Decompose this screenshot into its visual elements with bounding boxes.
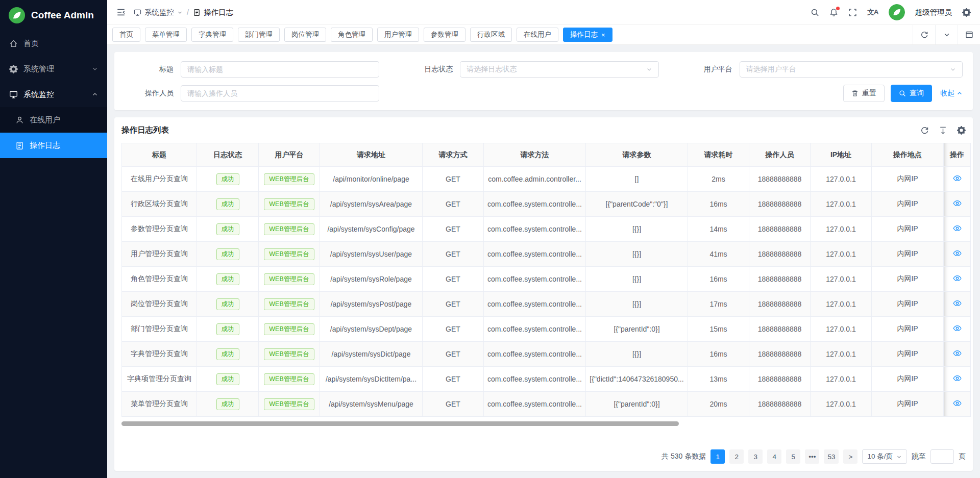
- next-page-button[interactable]: >: [843, 449, 857, 464]
- cell-user-platform: WEB管理后台: [259, 167, 320, 192]
- tab-10[interactable]: 操作日志×: [563, 28, 612, 42]
- collapse-filters-link[interactable]: 收起: [940, 89, 963, 98]
- page-button-5[interactable]: 5: [786, 449, 800, 464]
- query-label: 查询: [910, 89, 924, 98]
- tab-0[interactable]: 首页: [112, 28, 140, 42]
- breadcrumb-item-parent[interactable]: 系统监控: [134, 8, 183, 17]
- cell-title: 字典管理分页查询: [122, 342, 197, 367]
- tab-8[interactable]: 行政区域: [470, 28, 512, 42]
- fullscreen-icon[interactable]: [848, 8, 857, 17]
- cell-request-method: GET: [423, 292, 484, 317]
- status-tag: 成功: [216, 273, 239, 285]
- search-icon[interactable]: [811, 8, 819, 17]
- cell-log-status: 成功: [197, 292, 259, 317]
- title-input[interactable]: [181, 61, 379, 78]
- tab-label: 用户管理: [384, 30, 412, 39]
- tab-7[interactable]: 参数管理: [424, 28, 465, 42]
- column-header: 操作: [944, 143, 971, 167]
- tab-1[interactable]: 菜单管理: [145, 28, 187, 42]
- language-translate-icon[interactable]: 文A: [867, 8, 878, 17]
- tab-label: 岗位管理: [291, 30, 319, 39]
- page-size-select[interactable]: 10 条/页: [862, 449, 907, 464]
- page-content: 标题 日志状态 请选择日志状态 用户平台 请选择用户平台: [107, 45, 980, 478]
- cell-title: 字典项管理分页查询: [122, 367, 197, 392]
- tab-label: 部门管理: [245, 30, 273, 39]
- cell-request-method: GET: [423, 217, 484, 242]
- reset-button[interactable]: 重置: [843, 85, 885, 102]
- tab-close-icon[interactable]: ×: [601, 32, 605, 38]
- username[interactable]: 超级管理员: [915, 8, 952, 17]
- cell-request-params: [{}]: [586, 217, 688, 242]
- cell-log-status: 成功: [197, 342, 259, 367]
- page-button-2[interactable]: 2: [729, 449, 744, 464]
- tab-4[interactable]: 岗位管理: [284, 28, 326, 42]
- jump-page-input[interactable]: [930, 449, 954, 464]
- cell-request-method: GET: [423, 267, 484, 292]
- sidebar-item-home[interactable]: 首页: [0, 31, 107, 56]
- column-header: IP地址: [811, 143, 872, 167]
- cell-location: 内网IP: [872, 367, 944, 392]
- column-settings-gear-icon[interactable]: [957, 126, 966, 135]
- cell-log-status: 成功: [197, 392, 259, 417]
- jump-label: 跳至: [912, 452, 926, 461]
- tab-5[interactable]: 角色管理: [331, 28, 373, 42]
- cell-operator: 18888888888: [749, 242, 811, 267]
- sidebar-item-system-monitor[interactable]: 系统监控: [0, 82, 107, 107]
- content-fullscreen-icon[interactable]: [958, 25, 980, 44]
- refresh-tab-icon[interactable]: [913, 25, 935, 44]
- page-button-3[interactable]: 3: [748, 449, 763, 464]
- page-button-4[interactable]: 4: [767, 449, 781, 464]
- tab-2[interactable]: 字典管理: [191, 28, 233, 42]
- tab-6[interactable]: 用户管理: [377, 28, 419, 42]
- cell-actions: [944, 267, 971, 292]
- sidebar-item-operation-log[interactable]: 操作日志: [0, 133, 107, 158]
- column-header: 操作地点: [872, 143, 944, 167]
- sidebar-item-online-users[interactable]: 在线用户: [0, 107, 107, 133]
- notification-bell-icon[interactable]: [829, 8, 838, 17]
- scrollbar-thumb[interactable]: [121, 421, 679, 426]
- home-icon: [9, 39, 18, 48]
- table-row: 岗位管理分页查询成功WEB管理后台/api/system/sysPost/pag…: [122, 292, 971, 317]
- status-tag: 成功: [216, 348, 239, 360]
- view-detail-eye-button[interactable]: [953, 374, 962, 383]
- query-button[interactable]: 查询: [891, 85, 932, 102]
- platform-tag: WEB管理后台: [264, 373, 314, 385]
- sidebar-item-system-manage[interactable]: 系统管理: [0, 56, 107, 82]
- cell-location: 内网IP: [872, 192, 944, 217]
- view-detail-eye-button[interactable]: [953, 224, 962, 233]
- view-detail-eye-button[interactable]: [953, 299, 962, 308]
- tab-9[interactable]: 在线用户: [517, 28, 558, 42]
- log-status-select[interactable]: 请选择日志状态: [460, 61, 658, 78]
- operator-input[interactable]: [181, 85, 379, 102]
- user-platform-select[interactable]: 请选择用户平台: [740, 61, 963, 78]
- cell-request-params: [{}]: [586, 342, 688, 367]
- cell-request-url: /api/system/sysDictItem/pa...: [320, 367, 423, 392]
- view-detail-eye-button[interactable]: [953, 249, 962, 258]
- tab-options-chevron-icon[interactable]: [935, 25, 958, 44]
- cell-location: 内网IP: [872, 217, 944, 242]
- sidebar: Coffee Admin 首页 系统管理: [0, 0, 107, 478]
- page-size-value: 10 条/页: [867, 452, 893, 461]
- avatar[interactable]: [889, 4, 905, 20]
- page-button-53[interactable]: 53: [824, 449, 839, 464]
- export-icon[interactable]: [939, 126, 947, 135]
- view-detail-eye-button[interactable]: [953, 174, 962, 183]
- cell-actions: [944, 242, 971, 267]
- view-detail-eye-button[interactable]: [953, 324, 962, 333]
- platform-tag: WEB管理后台: [264, 398, 314, 410]
- refresh-icon[interactable]: [920, 126, 929, 135]
- view-detail-eye-button[interactable]: [953, 274, 962, 283]
- page-button-1[interactable]: 1: [710, 449, 725, 464]
- cell-log-status: 成功: [197, 317, 259, 342]
- collapse-sidebar-icon[interactable]: [116, 8, 126, 17]
- cell-operator: 18888888888: [749, 392, 811, 417]
- tab-3[interactable]: 部门管理: [238, 28, 280, 42]
- pagination-ellipsis[interactable]: •••: [805, 449, 819, 464]
- cell-title: 用户管理分页查询: [122, 242, 197, 267]
- operation-log-table: 标题日志状态用户平台请求地址请求方式请求方法请求参数请求耗时操作人员IP地址操作…: [121, 143, 971, 417]
- view-detail-eye-button[interactable]: [953, 399, 962, 408]
- view-detail-eye-button[interactable]: [953, 349, 962, 358]
- column-header: 请求方式: [423, 143, 484, 167]
- settings-gear-icon[interactable]: [962, 8, 971, 17]
- view-detail-eye-button[interactable]: [953, 199, 962, 208]
